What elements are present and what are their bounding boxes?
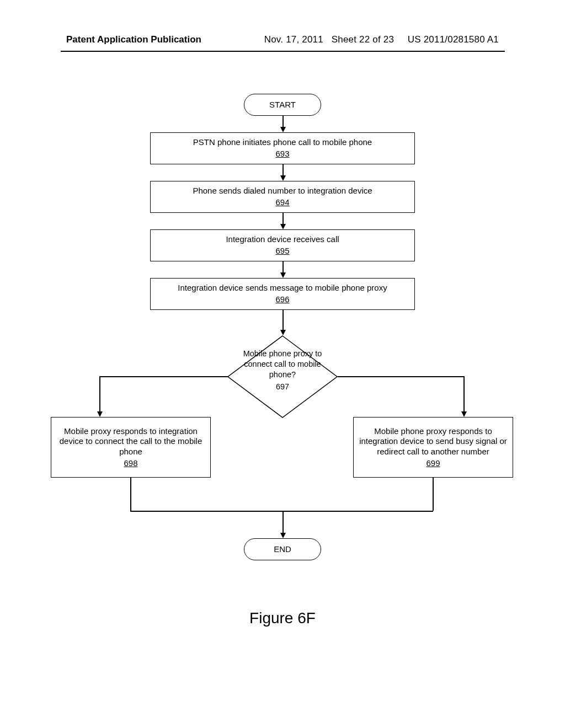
page-header: Patent Application Publication Nov. 17, …: [0, 34, 565, 50]
connector: [282, 511, 284, 535]
arrowhead-icon: [280, 127, 286, 132]
step-693: PSTN phone initiates phone call to mobil…: [150, 132, 415, 164]
arrowhead-icon: [280, 175, 286, 181]
arrowhead-icon: [461, 411, 467, 417]
connector: [99, 376, 100, 414]
step-696: Integration device sends message to mobi…: [150, 278, 415, 310]
step-698: Mobile proxy responds to integration dev…: [51, 417, 211, 478]
end-node: END: [244, 538, 321, 560]
connector: [463, 376, 465, 414]
arrowhead-icon: [280, 533, 286, 538]
step-694: Phone sends dialed number to integration…: [150, 181, 415, 213]
connector: [130, 478, 131, 511]
header-left: Patent Application Publication: [66, 34, 201, 45]
arrow: [282, 310, 284, 332]
arrowhead-icon: [97, 411, 103, 417]
connector: [338, 376, 463, 377]
arrowhead-icon: [280, 224, 286, 229]
decision-697: Mobile phone proxy to connect call to mo…: [227, 335, 338, 418]
connector: [433, 478, 434, 511]
arrowhead-icon: [280, 272, 286, 278]
step-699: Mobile phone proxy responds to integrati…: [353, 417, 513, 478]
connector: [130, 511, 433, 512]
connector: [99, 376, 228, 377]
header-rule: [61, 51, 505, 52]
header-right: Nov. 17, 2011 Sheet 22 of 23 US 2011/028…: [264, 34, 499, 45]
flowchart: START PSTN phone initiates phone call to…: [61, 94, 505, 623]
step-695: Integration device receives call 695: [150, 229, 415, 261]
arrowhead-icon: [280, 330, 286, 335]
start-node: START: [244, 94, 321, 116]
figure-label: Figure 6F: [0, 609, 565, 627]
